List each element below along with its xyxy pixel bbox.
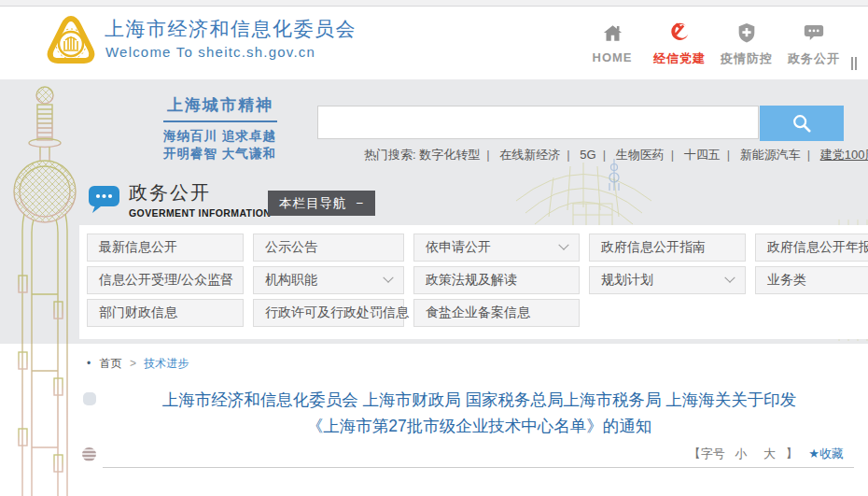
breadcrumb-home[interactable]: 首页 xyxy=(100,357,122,370)
site-logo-icon[interactable] xyxy=(41,12,101,72)
article-tools: 【字号 小 大 】 ★收藏 xyxy=(689,446,844,462)
font-smaller-button[interactable]: 小 xyxy=(735,446,747,461)
article-title-line1: 上海市经济和信息化委员会 上海市财政局 国家税务总局上海市税务局 上海海关关于印… xyxy=(117,387,842,413)
breadcrumb: • 首页 > 技术进步 xyxy=(87,356,189,372)
menu-item[interactable]: 政府信息公开指南 xyxy=(589,234,746,262)
article-title-line2: 《上海市第27批市级企业技术中心名单》的通知 xyxy=(117,413,842,439)
home-icon xyxy=(579,21,646,44)
search-button[interactable] xyxy=(760,106,844,141)
hot-search-row: 热门搜索: 数字化转型| 在线新经济| 5G| 生物医药| 十四五| 新能源汽车… xyxy=(364,147,868,163)
clipped-nav-label xyxy=(851,57,859,70)
hot-search-link[interactable]: 十四五 xyxy=(684,148,721,162)
menu-item[interactable]: 依申请公开 xyxy=(413,234,580,262)
collapse-minus-icon: − xyxy=(357,196,365,210)
article-title: 上海市经济和信息化委员会 上海市财政局 国家税务总局上海市税务局 上海海关关于印… xyxy=(117,387,842,439)
menu-item[interactable]: 政府信息公开年报 xyxy=(755,234,868,262)
menu-item[interactable]: 最新信息公开 xyxy=(87,234,244,262)
site-subtitle: Welcome To sheitc.sh.gov.cn xyxy=(105,44,315,60)
city-spirit-block: 上海城市精神 海纳百川 追求卓越 开明睿智 大气谦和 xyxy=(163,94,277,163)
hot-search-link[interactable]: 在线新经济 xyxy=(499,148,560,162)
hot-search-link[interactable]: 5G xyxy=(580,148,595,162)
chevron-down-icon xyxy=(558,240,568,250)
top-nav: HOME 经信党建 疫情防控 xyxy=(579,21,859,70)
speech-bubble-icon xyxy=(780,21,847,44)
font-size-label-close: 】 xyxy=(786,446,798,461)
menu-item[interactable]: 信息公开受理/公众监督 xyxy=(87,266,244,294)
search-icon xyxy=(791,113,812,134)
search-section: 上海城市精神 海纳百川 追求卓越 开明睿智 大气谦和 热门搜索: 数字化转型| … xyxy=(0,79,868,344)
breadcrumb-bullet: • xyxy=(87,357,91,370)
sheitc-homepage: 上海市经济和信息化委员会 Welcome To sheitc.sh.gov.cn… xyxy=(0,0,868,496)
section-subtitle: GOVERMENT INFORMATION xyxy=(129,207,271,219)
city-spirit-line2: 开明睿智 大气谦和 xyxy=(163,145,277,163)
city-spirit-line1: 海纳百川 追求卓越 xyxy=(163,127,277,145)
hot-search-link[interactable]: 生物医药 xyxy=(616,148,665,162)
gov-info-menu-grid: 最新信息公开 公示公告 依申请公开 政府信息公开指南 政府信息公开年报 信息公开… xyxy=(87,234,868,327)
hot-search-link[interactable]: 新能源汽车 xyxy=(740,148,801,162)
nav-item-home[interactable]: HOME xyxy=(579,21,646,64)
decorative-dot xyxy=(83,392,96,405)
breadcrumb-current[interactable]: 技术进步 xyxy=(144,357,189,370)
menu-item[interactable]: 机构职能 xyxy=(253,266,404,294)
hot-search-link[interactable]: 建党100周年 xyxy=(820,148,868,162)
menu-item[interactable]: 规划计划 xyxy=(589,266,746,294)
column-nav-toggle-button[interactable]: 本栏目导航 − xyxy=(268,191,375,216)
font-size-label: 【字号 xyxy=(689,446,725,461)
title-divider xyxy=(103,467,854,468)
chevron-down-icon xyxy=(724,273,735,283)
site-title: 上海市经济和信息化委员会 xyxy=(105,16,357,42)
party-emblem-icon xyxy=(646,21,713,44)
menu-item[interactable]: 食盐企业备案信息 xyxy=(413,299,580,327)
menu-item[interactable]: 部门财政信息 xyxy=(87,299,244,327)
hot-search-label: 热门搜索: xyxy=(364,148,416,162)
article-area: • 首页 > 技术进步 上海市经济和信息化委员会 上海市财政局 国家税务总局上海… xyxy=(0,344,868,496)
site-header: 上海市经济和信息化委员会 Welcome To sheitc.sh.gov.cn… xyxy=(0,7,868,79)
top-strip xyxy=(0,0,868,7)
nav-item-party[interactable]: 经信党建 xyxy=(646,21,713,67)
city-spirit-title: 上海城市精神 xyxy=(163,94,277,122)
hot-search-link[interactable]: 数字化转型 xyxy=(419,148,480,162)
section-heading: 政务公开 GOVERMENT INFORMATION xyxy=(89,180,271,219)
menu-item[interactable]: 行政许可及行政处罚信息 xyxy=(253,299,404,327)
mini-tower-art xyxy=(602,159,626,191)
nav-item-epidemic[interactable]: 疫情防控 xyxy=(713,21,780,67)
font-larger-button[interactable]: 大 xyxy=(763,446,776,461)
section-title: 政务公开 xyxy=(129,180,271,205)
menu-item[interactable]: 公示公告 xyxy=(253,234,404,262)
nav-item-gov-info[interactable]: 政务公开 xyxy=(780,21,847,67)
favorite-button[interactable]: ★收藏 xyxy=(808,446,844,461)
shield-cross-icon xyxy=(713,21,780,44)
decorative-striped-dot xyxy=(82,447,96,461)
menu-item[interactable]: 政策法规及解读 xyxy=(413,266,580,294)
menu-item[interactable]: 业务类 xyxy=(755,266,868,294)
chevron-down-icon xyxy=(383,273,393,283)
gov-info-bubble-icon xyxy=(89,186,119,213)
search-input[interactable] xyxy=(317,106,759,139)
partial-nav-item[interactable] xyxy=(851,21,859,70)
gov-info-menu-panel: 最新信息公开 公示公告 依申请公开 政府信息公开指南 政府信息公开年报 信息公开… xyxy=(79,225,868,339)
